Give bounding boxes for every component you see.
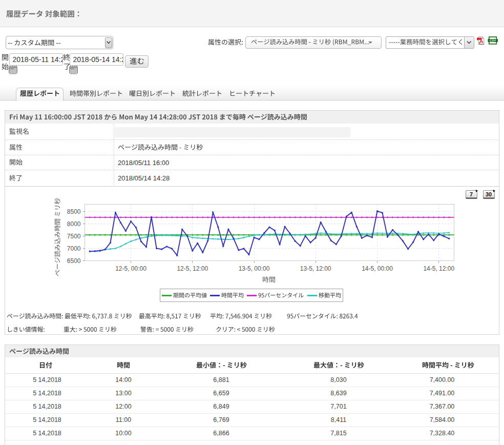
- svg-text:14-5, 00:00: 14-5, 00:00: [362, 265, 393, 272]
- svg-text:8500: 8500: [67, 208, 81, 215]
- svg-text:13-5, 12:00: 13-5, 12:00: [300, 265, 331, 272]
- svg-text:7000: 7000: [67, 245, 81, 252]
- svg-text:14-5, 12:00: 14-5, 12:00: [423, 265, 454, 272]
- svg-text:6500: 6500: [67, 257, 81, 264]
- svg-text:13-5, 00:00: 13-5, 00:00: [239, 265, 270, 272]
- svg-text:8000: 8000: [67, 220, 81, 227]
- svg-text:12-5, 12:00: 12-5, 12:00: [177, 265, 208, 272]
- svg-text:7500: 7500: [67, 232, 81, 239]
- svg-text:12-5, 00:00: 12-5, 00:00: [115, 265, 146, 272]
